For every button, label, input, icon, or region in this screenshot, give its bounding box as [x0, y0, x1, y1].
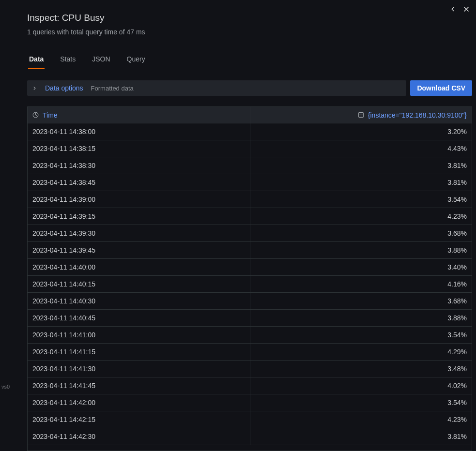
data-table: Time {instance="192.168.10.30:9100"} 202… [27, 106, 472, 451]
table-row: 2023-04-11 14:40:303.68% [28, 293, 472, 310]
tab-bar: DataStatsJSONQuery [27, 52, 472, 70]
cell-time: 2023-04-11 14:40:30 [28, 293, 250, 309]
tab-stats[interactable]: Stats [59, 52, 77, 69]
table-row: 2023-04-11 14:41:303.48% [28, 361, 472, 377]
cell-time: 2023-04-11 14:41:45 [28, 377, 250, 394]
cell-time: 2023-04-11 14:40:45 [28, 310, 250, 326]
cell-value: 3.81% [250, 162, 472, 169]
cell-value: 4.02% [250, 382, 472, 390]
cell-time: 2023-04-11 14:38:00 [28, 123, 250, 140]
cell-value: 4.16% [250, 280, 472, 288]
table-row: 2023-04-11 14:39:154.23% [28, 208, 472, 225]
backdrop-label: vs0 [0, 384, 10, 390]
cell-value: 4.29% [250, 348, 472, 356]
tab-data[interactable]: Data [28, 52, 45, 69]
cell-value: 3.88% [250, 246, 472, 254]
grid-icon [358, 112, 364, 118]
cell-time: 2023-04-11 14:41:00 [28, 327, 250, 343]
chevron-right-icon [32, 86, 37, 91]
table-body[interactable]: 2023-04-11 14:38:003.20%2023-04-11 14:38… [28, 123, 472, 451]
inspect-drawer: Inspect: CPU Busy 1 queries with total q… [15, 0, 476, 451]
tab-json[interactable]: JSON [91, 52, 111, 69]
cell-value: 3.54% [250, 195, 472, 203]
drawer-title: Inspect: CPU Busy [27, 13, 145, 23]
cell-value: 3.68% [250, 229, 472, 237]
cell-value: 4.43% [250, 145, 472, 152]
table-row: 2023-04-11 14:42:154.23% [28, 411, 472, 428]
table-row: 2023-04-11 14:38:003.20% [28, 123, 472, 140]
table-row: 2023-04-11 14:42:303.81% [28, 428, 472, 445]
cell-time: 2023-04-11 14:39:30 [28, 225, 250, 241]
cell-time: 2023-04-11 14:41:30 [28, 361, 250, 377]
table-row: 2023-04-11 14:40:003.40% [28, 259, 472, 276]
tab-query[interactable]: Query [126, 52, 146, 69]
drawer-close-button[interactable] [461, 4, 472, 15]
table-row: 2023-04-11 14:39:453.88% [28, 242, 472, 259]
cell-value: 3.81% [250, 433, 472, 440]
drawer-prev-button[interactable] [447, 4, 459, 15]
table-row: 2023-04-11 14:39:003.54% [28, 191, 472, 208]
table-row: 2023-04-11 14:41:003.54% [28, 327, 472, 344]
table-row: 2023-04-11 14:41:454.02% [28, 377, 472, 394]
cell-value: 4.23% [250, 416, 472, 423]
table-row: 2023-04-11 14:38:154.43% [28, 140, 472, 157]
data-options-hint: Formatted data [91, 85, 134, 92]
cell-value: 3.54% [250, 399, 472, 406]
column-header-value[interactable]: {instance="192.168.10.30:9100"} [250, 107, 472, 123]
cell-value: 3.68% [250, 297, 472, 305]
cell-time: 2023-04-11 14:39:00 [28, 191, 250, 208]
cell-time: 2023-04-11 14:40:15 [28, 276, 250, 292]
cell-time: 2023-04-11 14:38:30 [28, 157, 250, 174]
cell-value: 3.20% [250, 128, 472, 135]
close-icon [462, 5, 470, 15]
drawer-subtitle: 1 queries with total query time of 47 ms [27, 28, 145, 36]
cell-time: 2023-04-11 14:38:15 [28, 140, 250, 157]
cell-value: 3.40% [250, 263, 472, 271]
cell-time: 2023-04-11 14:39:45 [28, 242, 250, 258]
cell-time: 2023-04-11 14:40:00 [28, 259, 250, 275]
table-row: 2023-04-11 14:38:453.81% [28, 174, 472, 191]
cell-time: 2023-04-11 14:42:00 [28, 394, 250, 411]
table-row: 2023-04-11 14:40:453.88% [28, 310, 472, 327]
cell-time: 2023-04-11 14:39:15 [28, 208, 250, 225]
cell-value: 4.23% [250, 212, 472, 220]
download-csv-button[interactable]: Download CSV [410, 80, 472, 96]
data-options-label[interactable]: Data options [45, 84, 83, 92]
column-header-time[interactable]: Time [28, 107, 250, 123]
cell-value: 3.88% [250, 314, 472, 322]
cell-time: 2023-04-11 14:42:15 [28, 411, 250, 428]
cell-value: 3.81% [250, 179, 472, 186]
table-row: 2023-04-11 14:41:154.29% [28, 344, 472, 361]
table-row: 2023-04-11 14:39:303.68% [28, 225, 472, 242]
cell-value: 3.54% [250, 331, 472, 339]
table-row: 2023-04-11 14:42:003.54% [28, 394, 472, 411]
cell-time: 2023-04-11 14:42:30 [28, 428, 250, 445]
column-header-value-label: {instance="192.168.10.30:9100"} [368, 111, 467, 119]
cell-time: 2023-04-11 14:41:15 [28, 344, 250, 360]
data-options-bar[interactable]: Data options Formatted data [27, 80, 406, 96]
chevron-left-icon [449, 6, 456, 14]
column-header-time-label: Time [43, 111, 58, 119]
clock-icon [32, 112, 39, 118]
cell-value: 3.48% [250, 365, 472, 373]
table-row: 2023-04-11 14:38:303.81% [28, 157, 472, 174]
table-row: 2023-04-11 14:40:154.16% [28, 276, 472, 293]
cell-time: 2023-04-11 14:38:45 [28, 174, 250, 191]
